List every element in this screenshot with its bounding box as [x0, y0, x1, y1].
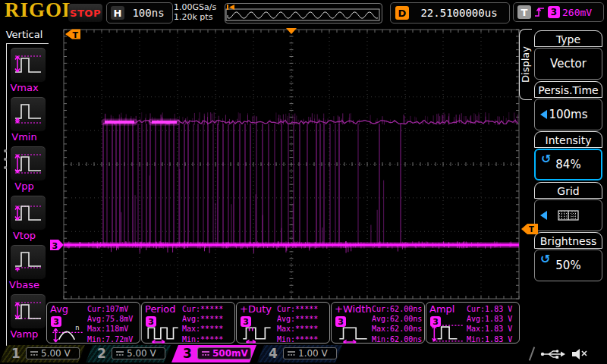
svg-text:T: T	[73, 30, 79, 40]
horizontal-timebase-block: H 100ns	[106, 2, 173, 24]
oscilloscope-screen: RIGOL STOP H 100ns 1.00GSa/s 1.20k pts D…	[0, 0, 607, 364]
dc-coupling-icon	[287, 350, 296, 357]
intensity-value-button[interactable]: ↺ 84%	[534, 149, 602, 180]
trigger-position-marker	[286, 28, 297, 34]
delay-value: 22.5100000us	[409, 7, 509, 19]
waveform-preview-strip	[225, 3, 382, 24]
rotate-knob-icon: ↺	[540, 252, 550, 266]
average-icon: n	[51, 323, 86, 344]
measurement-values: Cur:***** Avg:***** Max:***** Min:*****	[277, 304, 330, 344]
vtop-label: Vtop	[0, 230, 49, 241]
persistence-value-button[interactable]: 100ms	[534, 99, 602, 130]
vpp-label: Vpp	[0, 180, 49, 192]
channel-4-button[interactable]: 4 1.00 V	[257, 345, 342, 362]
vtop-button[interactable]	[10, 195, 46, 231]
svg-text:T: T	[529, 225, 534, 234]
dc-coupling-icon	[201, 350, 210, 357]
amplitude-icon	[430, 323, 465, 344]
channel-2-button[interactable]: 2 5.00 V	[86, 345, 171, 362]
trigger-label: T	[517, 5, 531, 19]
vmax-button[interactable]	[10, 47, 46, 83]
measurement-pos-duty: +Duty 3 Cur:***** Avg:***** Max:***** Mi…	[236, 302, 330, 344]
channel-scale: 5.00 V	[41, 348, 71, 359]
measurement-period: Period 3 Cur:***** Avg:***** Max:***** M…	[141, 302, 235, 344]
pos-width-icon	[335, 323, 370, 344]
vtop-icon	[13, 200, 43, 226]
channel-scale-box: 1.00 V	[283, 347, 337, 359]
type-header: Type	[534, 30, 602, 47]
channel-scale: 500mV	[212, 348, 248, 359]
measurement-bar: Avg 3 n Cur:107mV Avg:75.8mV Max:118mV M…	[0, 301, 607, 345]
type-value: Vector	[550, 57, 587, 71]
channel-scale: 5.00 V	[127, 348, 156, 359]
type-value-button[interactable]: Vector	[534, 48, 602, 80]
vmin-label: Vmin	[0, 131, 49, 143]
channel-number: 4	[269, 346, 278, 361]
vbase-button[interactable]	[10, 244, 46, 280]
acquisition-info: 1.00GSa/s 1.20k pts	[174, 2, 216, 22]
channel-scale-box: 5.00 V	[26, 347, 80, 359]
page-indicator-dot	[4, 166, 7, 169]
period-icon	[146, 323, 181, 344]
vbase-icon	[13, 249, 43, 275]
brightness-value-button[interactable]: ↺ 50%	[534, 249, 602, 281]
vpp-icon	[13, 151, 43, 177]
measurement-values: Cur:1.83 V Avg:1.83 V Max:1.83 V Min:1.8…	[467, 304, 520, 344]
trigger-block: T 3 260mV	[513, 2, 604, 22]
measurement-values: Cur:***** Avg:***** Max:***** Min:*****	[182, 304, 235, 344]
horizontal-label: H	[111, 6, 124, 20]
measurement-name: Ampl	[429, 303, 454, 315]
channel-1-button[interactable]: 1 5.00 V	[0, 345, 85, 362]
vmax-icon	[13, 52, 43, 78]
trigger-level-marker[interactable]: T	[521, 223, 539, 238]
measurement-avg: Avg 3 n Cur:107mV Avg:75.8mV Max:118mV M…	[46, 302, 140, 344]
grid-icon	[558, 210, 579, 221]
dc-coupling-icon	[30, 350, 39, 357]
left-measure-menu: Vertical Vmax Vmin	[0, 25, 49, 345]
channel-status-bar: 1 5.00 V 2 5.00 V 3 50	[0, 345, 607, 362]
delay-block: D 22.5100000us	[390, 2, 510, 24]
measurement-values: Cur:107mV Avg:75.8mV Max:118mV Min:7.72m…	[87, 304, 140, 344]
persistence-header: Persis.Time	[534, 81, 602, 98]
measurement-name: Avg	[50, 303, 68, 315]
usb-icon	[540, 348, 566, 360]
vmin-button[interactable]	[10, 96, 46, 132]
brand-logo: RIGOL	[5, 0, 77, 22]
brightness-header: Brightness	[534, 232, 602, 249]
timebase-value: 100ns	[124, 7, 172, 19]
rising-edge-icon	[533, 5, 546, 19]
grid-header: Grid	[534, 182, 602, 199]
trigger-source-channel: 3	[548, 6, 560, 18]
menu-tab: Display	[519, 29, 532, 100]
preview-wave-icon	[225, 4, 380, 21]
grid-value-button[interactable]	[534, 199, 602, 231]
trigger-level-value: 260mV	[562, 7, 592, 18]
vmax-label: Vmax	[0, 82, 49, 93]
page-indicator-dot	[4, 158, 7, 161]
vmin-icon	[13, 102, 43, 127]
measurement-amplitude: Ampl 3 Cur:1.83 V Avg:1.83 V Max:1.83 V …	[426, 302, 520, 344]
page-indicator-dot	[4, 149, 7, 152]
channel-scale: 1.00 V	[298, 348, 328, 359]
channel-number: 2	[97, 346, 106, 361]
sample-rate: 1.00GSa/s	[174, 2, 216, 12]
top-status-bar: RIGOL STOP H 100ns 1.00GSa/s 1.20k pts D…	[0, 0, 607, 25]
channel-number: 3	[183, 346, 192, 361]
persistence-value: 100ms	[549, 108, 587, 121]
left-arrow-icon	[540, 211, 547, 220]
intensity-value: 84%	[555, 158, 580, 171]
run-state-indicator: STOP	[68, 3, 103, 23]
left-menu-title: Vertical	[0, 29, 49, 40]
speaker-muted-icon	[571, 347, 587, 361]
measurement-name: +Width	[335, 303, 372, 315]
svg-text:3: 3	[52, 241, 58, 251]
measurement-pos-width: +Width 3 Cur:62.00ns Avg:62.00ns Max:62.…	[331, 302, 425, 344]
channel-3-button[interactable]: 3 500mV	[171, 345, 256, 362]
svg-text:n: n	[75, 324, 79, 331]
memory-depth: 1.20k pts	[174, 12, 216, 22]
measurement-name: Period	[145, 303, 176, 315]
right-soft-menu: Display Type Vector Persis.Time 100ms In…	[524, 25, 607, 345]
vpp-button[interactable]	[10, 146, 46, 181]
delay-label: D	[395, 6, 409, 20]
pos-duty-icon	[241, 323, 275, 344]
